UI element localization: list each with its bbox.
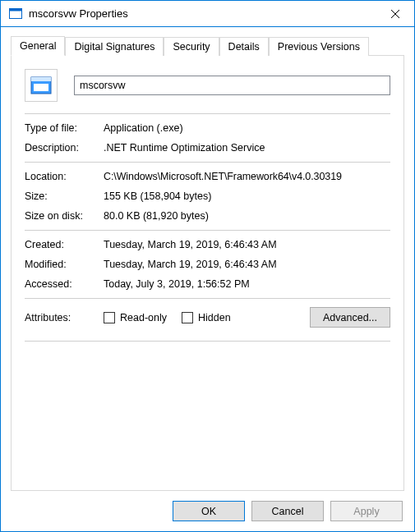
divider bbox=[25, 298, 390, 299]
ok-button[interactable]: OK bbox=[173, 501, 245, 521]
advanced-button[interactable]: Advanced... bbox=[310, 307, 390, 328]
label-type-of-file: Type of file: bbox=[25, 122, 104, 134]
window-title: mscorsvw Properties bbox=[29, 7, 376, 20]
tab-previous-versions[interactable]: Previous Versions bbox=[269, 37, 369, 56]
value-created: Tuesday, March 19, 2019, 6:46:43 AM bbox=[104, 239, 390, 250]
svg-rect-3 bbox=[31, 77, 51, 81]
divider bbox=[25, 341, 390, 342]
label-size-on-disk: Size on disk: bbox=[25, 210, 104, 222]
divider bbox=[25, 113, 390, 114]
tab-general[interactable]: General bbox=[11, 36, 65, 56]
titlebar: mscorsvw Properties bbox=[1, 1, 414, 27]
label-created: Created: bbox=[25, 239, 104, 250]
close-button[interactable] bbox=[376, 2, 414, 26]
app-icon bbox=[9, 7, 22, 21]
value-modified: Tuesday, March 19, 2019, 6:46:43 AM bbox=[104, 259, 390, 270]
value-type-of-file: Application (.exe) bbox=[104, 122, 390, 134]
label-modified: Modified: bbox=[25, 259, 104, 270]
svg-rect-1 bbox=[10, 8, 22, 11]
divider bbox=[25, 230, 390, 231]
general-panel: Type of file: Application (.exe) Descrip… bbox=[11, 55, 404, 491]
label-attributes: Attributes: bbox=[25, 312, 104, 323]
file-name-input[interactable] bbox=[74, 76, 390, 95]
svg-rect-4 bbox=[34, 84, 48, 91]
value-size-on-disk: 80.0 KB (81,920 bytes) bbox=[104, 210, 390, 222]
value-size: 155 KB (158,904 bytes) bbox=[104, 190, 390, 202]
checkbox-read-only-label: Read-only bbox=[120, 312, 167, 323]
value-description: .NET Runtime Optimization Service bbox=[104, 142, 390, 154]
value-accessed: Today, July 3, 2019, 1:56:52 PM bbox=[104, 278, 390, 290]
tab-digital-signatures[interactable]: Digital Signatures bbox=[65, 37, 164, 56]
dialog-button-row: OK Cancel Apply bbox=[1, 491, 414, 531]
label-size: Size: bbox=[25, 190, 104, 202]
value-location: C:\Windows\Microsoft.NET\Framework64\v4.… bbox=[104, 171, 390, 182]
cancel-button[interactable]: Cancel bbox=[251, 501, 324, 521]
checkbox-hidden[interactable]: Hidden bbox=[182, 312, 231, 323]
label-accessed: Accessed: bbox=[25, 278, 104, 290]
file-icon bbox=[25, 69, 58, 102]
checkbox-hidden-label: Hidden bbox=[198, 312, 231, 323]
tab-details[interactable]: Details bbox=[219, 37, 269, 56]
label-description: Description: bbox=[25, 142, 104, 154]
tab-security[interactable]: Security bbox=[164, 37, 219, 56]
dialog-body: General Digital Signatures Security Deta… bbox=[1, 27, 414, 491]
checkbox-box-icon bbox=[104, 312, 115, 323]
label-location: Location: bbox=[25, 171, 104, 182]
divider bbox=[25, 162, 390, 163]
checkbox-read-only[interactable]: Read-only bbox=[104, 312, 167, 323]
apply-button[interactable]: Apply bbox=[330, 501, 403, 521]
checkbox-box-icon bbox=[182, 312, 193, 323]
tab-strip: General Digital Signatures Security Deta… bbox=[11, 35, 404, 55]
properties-window: mscorsvw Properties General Digital Sign… bbox=[0, 0, 415, 532]
